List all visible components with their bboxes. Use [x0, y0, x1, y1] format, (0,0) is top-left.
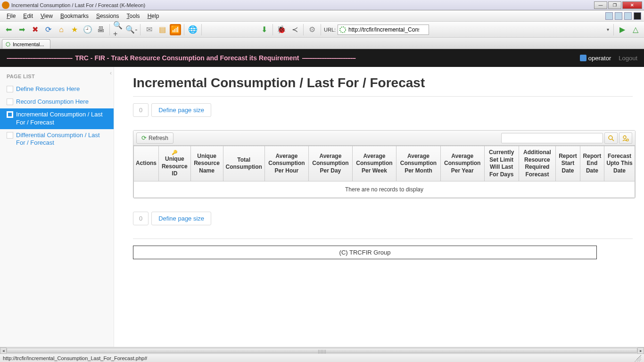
menu-bookmarks[interactable]: Bookmarks: [57, 12, 92, 20]
refresh-button[interactable]: ⟳ Refresh: [136, 132, 173, 144]
menubar: File Edit View Bookmarks Sessions Tools …: [0, 10, 644, 22]
favicon-icon: [339, 26, 347, 33]
search-input[interactable]: [501, 133, 603, 143]
download-button[interactable]: ⬇: [258, 24, 270, 35]
menu-tools[interactable]: Tools: [123, 12, 144, 20]
bug-button[interactable]: 🐞: [276, 24, 287, 35]
pagesize-count-top: 0: [133, 103, 149, 117]
menubar-icon-1[interactable]: [605, 12, 613, 20]
define-pagesize-button-top[interactable]: Define page size: [151, 103, 211, 117]
col-limit-last-days[interactable]: Currently Set Limit Will Last For Days: [484, 146, 519, 181]
scroll-right-arrow[interactable]: ▸: [637, 347, 644, 354]
zoom-in-button[interactable]: 🔍+: [113, 24, 124, 35]
reload-button[interactable]: ⟳: [42, 24, 54, 35]
scroll-left-arrow[interactable]: ◂: [0, 347, 7, 354]
search-button[interactable]: [604, 132, 618, 144]
menu-edit[interactable]: Edit: [19, 12, 37, 20]
col-unique-resource-name[interactable]: Unique Resource Name: [190, 146, 223, 181]
col-forecast-upto[interactable]: Forecast Upto This Date: [604, 146, 635, 181]
menu-sessions[interactable]: Sessions: [92, 12, 123, 20]
menubar-icon-2[interactable]: [615, 12, 622, 20]
go-button[interactable]: ▶: [617, 24, 628, 35]
maximize-button[interactable]: ❐: [608, 1, 621, 9]
resize-grip[interactable]: [635, 355, 641, 362]
history-button[interactable]: 🕘: [82, 24, 93, 35]
app-header: -------------------------------------- T…: [0, 49, 644, 67]
col-total-consumption[interactable]: Total Consumption: [223, 146, 264, 181]
col-avg-month[interactable]: Average Consumption Per Month: [396, 146, 441, 181]
refresh-label: Refresh: [149, 135, 168, 141]
col-report-start[interactable]: Report Start Date: [556, 146, 580, 181]
sidebar-item-label: Record Consumption Here: [16, 98, 89, 106]
svg-point-5: [627, 139, 628, 140]
globe-button[interactable]: 🌐: [187, 24, 198, 35]
col-additional-forecast[interactable]: Additional Resource Required Forecast: [519, 146, 556, 181]
user-icon: [580, 55, 586, 61]
sidebar-item-differential-consumption[interactable]: Differential Consumption / Last For / Fo…: [0, 129, 114, 150]
svg-point-1: [6, 42, 10, 46]
home-button[interactable]: ⌂: [56, 24, 67, 35]
url-dropdown-icon[interactable]: ▾: [607, 27, 609, 32]
zoom-out-button[interactable]: 🔍-: [126, 24, 137, 35]
settings-button[interactable]: ⚙: [306, 24, 318, 35]
forward-button[interactable]: ➡: [16, 24, 27, 35]
refresh-icon: ⟳: [141, 134, 147, 141]
statusbar: http://trcfir/Incremental_Consumption_La…: [0, 354, 644, 362]
menu-file[interactable]: File: [3, 12, 19, 20]
status-text: http://trcfir/Incremental_Consumption_La…: [3, 355, 147, 361]
window-titlebar: Incremental Consumption / Last For / For…: [0, 0, 644, 10]
logout-link[interactable]: Logout: [619, 55, 637, 62]
sidebar-item-label: Incremental Consumption / Last For / For…: [16, 111, 109, 127]
menu-help[interactable]: Help: [144, 12, 163, 20]
col-avg-year[interactable]: Average Consumption Per Year: [440, 146, 484, 181]
sidebar-item-incremental-consumption[interactable]: Incremental Consumption / Last For / For…: [0, 108, 114, 129]
data-panel: ⟳ Refresh Actions 🔑Unique Resource ID: [133, 130, 636, 198]
print-button[interactable]: 🖶: [95, 24, 107, 35]
sidebar: ‹ PAGE LIST Define Resources Here Record…: [0, 67, 114, 347]
menu-view[interactable]: View: [37, 12, 57, 20]
rss-button[interactable]: 📶: [170, 24, 181, 35]
col-unique-resource-id[interactable]: 🔑Unique Resource ID: [159, 146, 191, 181]
bookmark-star-button[interactable]: ★: [69, 24, 80, 35]
col-avg-day[interactable]: Average Consumption Per Day: [309, 146, 353, 181]
minimize-button[interactable]: —: [594, 1, 607, 9]
col-avg-week[interactable]: Average Consumption Per Week: [352, 146, 396, 181]
close-button[interactable]: ✕: [622, 1, 642, 9]
url-label: URL:: [324, 27, 336, 33]
horizontal-scrollbar[interactable]: ◂ ▸: [0, 347, 644, 354]
svg-point-4: [623, 136, 626, 139]
search-icon: [608, 135, 614, 141]
share-button[interactable]: ≺: [289, 24, 300, 35]
notes-button[interactable]: ▤: [157, 24, 168, 35]
header-dashes-right: -------------------------------: [302, 54, 355, 62]
page-title: Incremental Consumption / Last For / For…: [133, 75, 644, 90]
mail-button[interactable]: ✉: [143, 24, 155, 35]
user-info[interactable]: operator: [580, 55, 611, 62]
key-icon: 🔑: [161, 149, 189, 156]
back-button[interactable]: ⬅: [3, 24, 14, 35]
search-user-button[interactable]: [619, 132, 632, 144]
scroll-thumb[interactable]: [7, 348, 637, 353]
col-report-end[interactable]: Report End Date: [580, 146, 604, 181]
page-icon: [7, 111, 13, 118]
define-pagesize-button-bottom[interactable]: Define page size: [151, 212, 211, 225]
go-up-button[interactable]: △: [630, 24, 641, 35]
col-avg-hour[interactable]: Average Consumption Per Hour: [264, 146, 308, 181]
sidebar-item-record-consumption[interactable]: Record Consumption Here: [0, 96, 114, 108]
url-input[interactable]: [338, 25, 429, 35]
svg-point-2: [609, 136, 612, 140]
header-dashes-left: --------------------------------------: [7, 54, 72, 62]
sidebar-collapse-icon[interactable]: ‹: [110, 70, 112, 76]
tab-label: Incremental...: [13, 41, 44, 47]
menubar-icon-4[interactable]: [634, 12, 641, 20]
stop-button[interactable]: ✖: [29, 24, 41, 35]
sidebar-item-define-resources[interactable]: Define Resources Here: [0, 83, 114, 96]
menubar-icon-3[interactable]: [624, 12, 632, 20]
browser-tab[interactable]: Incremental...: [2, 39, 50, 49]
sidebar-item-label: Define Resources Here: [16, 85, 80, 93]
app-title: TRC - FIR - Track Resource Consumption a…: [75, 54, 299, 62]
sidebar-item-label: Differential Consumption / Last For / Fo…: [16, 132, 109, 148]
col-actions[interactable]: Actions: [134, 146, 159, 181]
page-icon: [7, 132, 13, 139]
svg-point-0: [340, 27, 346, 33]
